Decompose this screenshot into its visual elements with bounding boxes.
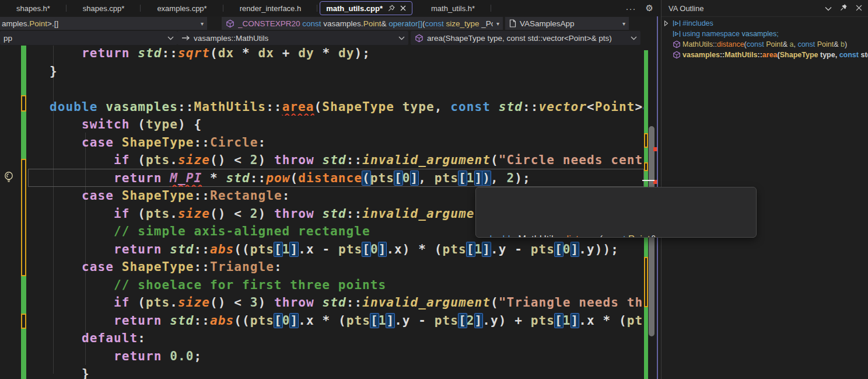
code-token: ]	[571, 242, 579, 256]
chevron-down-icon[interactable]	[825, 4, 832, 13]
code-token: Point	[595, 100, 635, 114]
code-token: ShapeType	[322, 100, 394, 114]
code-line[interactable]: case ShapeType::Triangle:	[50, 258, 643, 276]
outline-items: #includesusing namespace vasamples;MathU…	[662, 17, 868, 60]
tab-shapes-cpp[interactable]: shapes.cpp*	[66, 0, 141, 16]
outline-item[interactable]: #includes	[662, 18, 868, 29]
code-token	[394, 100, 402, 114]
code-token	[314, 153, 323, 167]
chevron-down-icon: ▾	[493, 20, 503, 27]
code-token: ]	[386, 314, 394, 328]
chevron-down-icon	[614, 31, 640, 45]
tab-render-interface-h[interactable]: render_interface.h	[223, 0, 318, 16]
close-icon[interactable]	[856, 4, 862, 13]
code-token: }	[82, 367, 90, 379]
code-token: ShapeType	[780, 50, 818, 60]
code-token: operator[]	[388, 19, 422, 28]
code-token: vasamples	[106, 100, 178, 114]
code-token: vasamples;	[741, 29, 778, 39]
include-marker-icon	[671, 30, 682, 37]
tab-overflow-icon[interactable]: ···	[626, 4, 636, 13]
member-dropdown[interactable]: area(ShapeType type, const std::vector<P…	[411, 31, 640, 45]
code-token: const	[450, 100, 491, 114]
context-field-dropdown[interactable]: amples.Point>.[] ▾	[0, 17, 207, 30]
code-token	[114, 135, 122, 149]
code-token: (	[491, 295, 499, 310]
code-token: 2	[250, 153, 258, 167]
method-cube-icon	[226, 19, 235, 28]
close-icon[interactable]	[400, 5, 406, 11]
code-token: .x -	[298, 242, 338, 256]
code-line[interactable]: double vasamples::MathUtils::area(ShapeT…	[50, 98, 643, 116]
code-line[interactable]: // shoelace for first three points	[50, 276, 643, 294]
code-token: throw	[274, 295, 314, 310]
code-token: (	[314, 100, 323, 114]
code-token: ::	[250, 171, 267, 185]
code-token: // shoelace for first three points	[114, 278, 386, 292]
code-token: ]	[475, 171, 483, 185]
tab-math-utils-cpp[interactable]: math_utils.cpp*	[320, 1, 412, 15]
code-token: ]	[411, 171, 419, 185]
code-line[interactable]: return 0.0;	[50, 347, 643, 366]
outline-item[interactable]: using namespace vasamples;	[662, 29, 868, 39]
code-line[interactable]: default:	[50, 329, 643, 347]
code-token: return	[114, 242, 162, 256]
code-token	[114, 260, 122, 274]
code-line[interactable]: if (pts.size() < 2) throw std::invalid_a…	[50, 151, 643, 169]
tab-examples-cpp[interactable]: examples.cpp*	[141, 0, 223, 16]
code-token: ::	[178, 100, 194, 114]
code-token: 0	[282, 314, 290, 328]
code-token: )	[258, 153, 274, 167]
code-token: Triangle	[210, 260, 274, 274]
code-token: pts	[250, 242, 274, 256]
lightbulb-icon[interactable]	[3, 171, 15, 186]
outline-item[interactable]: MathUtils::distance(const Point& a, cons…	[662, 39, 868, 50]
tab-label: shapes.h*	[16, 4, 50, 13]
code-line[interactable]: return std::abs((pts[1].x - pts[0].x) * …	[50, 241, 643, 259]
method-cube-icon	[415, 34, 424, 43]
scrollbar-caret-marker	[642, 180, 654, 181]
code-line[interactable]: }	[50, 365, 643, 379]
code-line[interactable]: }	[50, 62, 643, 81]
code-token: // simple axis-aligned rectangle	[114, 224, 370, 238]
code-token: 1	[467, 171, 475, 185]
code-token: Circle	[210, 135, 258, 149]
code-line[interactable]: switch (type) {	[50, 116, 643, 134]
code-line[interactable]: return std::sqrt(dx * dx + dy * dy);	[50, 46, 643, 62]
pin-icon[interactable]	[388, 5, 395, 12]
scope-dropdown[interactable]: vasamples::MathUtils	[177, 31, 408, 45]
code-token: ::	[194, 135, 210, 149]
settings-gear-icon[interactable]: ⚙	[646, 3, 653, 13]
code-token: std	[499, 100, 523, 114]
code-line[interactable]: if (pts.size() < 3) throw std::invalid_a…	[50, 294, 643, 312]
code-token: case	[82, 260, 114, 274]
expand-arrow-icon[interactable]	[664, 20, 668, 26]
code-token: pts	[531, 314, 555, 328]
code-line[interactable]: return std::abs((pts[0].x * (pts[1].y - …	[50, 312, 643, 330]
code-token: )	[482, 171, 491, 185]
code-line[interactable]: return M_PI * std::pow(distance(pts[0], …	[50, 169, 643, 187]
code-token: pts	[146, 153, 170, 167]
code-token: *	[202, 171, 226, 185]
definition-field-dropdown[interactable]: _CONSTEXPR20 const vasamples.Point& oper…	[222, 17, 503, 30]
code-token: ,	[793, 39, 797, 50]
va-navigation-bar: amples.Point>.[] ▾ _CONSTEXPR20 const va…	[0, 16, 662, 30]
tab-math-utils-h[interactable]: math_utils.h*	[415, 0, 491, 16]
tooltip-line: double MathUtils::distance(const Point& …	[487, 230, 747, 238]
code-token: )	[258, 207, 274, 221]
tab-shapes-h[interactable]: shapes.h*	[0, 0, 66, 16]
code-token: double	[487, 234, 516, 238]
code-token: std	[322, 153, 346, 167]
project-dropdown[interactable]: VASamplesApp ▾	[505, 17, 629, 30]
file-dropdown[interactable]: pp	[0, 31, 177, 45]
pin-icon[interactable]	[840, 4, 848, 13]
code-token: const	[839, 50, 859, 60]
outline-item[interactable]: vasamples::MathUtils::area(ShapeType typ…	[662, 50, 868, 60]
code-token	[130, 46, 138, 60]
code-line[interactable]	[50, 80, 643, 98]
code-token: 2	[250, 207, 258, 221]
method-icon	[671, 51, 682, 59]
code-line[interactable]: case ShapeType::Circle:	[50, 134, 643, 152]
code-token: ,	[418, 171, 435, 185]
code-token: ::	[162, 46, 178, 60]
